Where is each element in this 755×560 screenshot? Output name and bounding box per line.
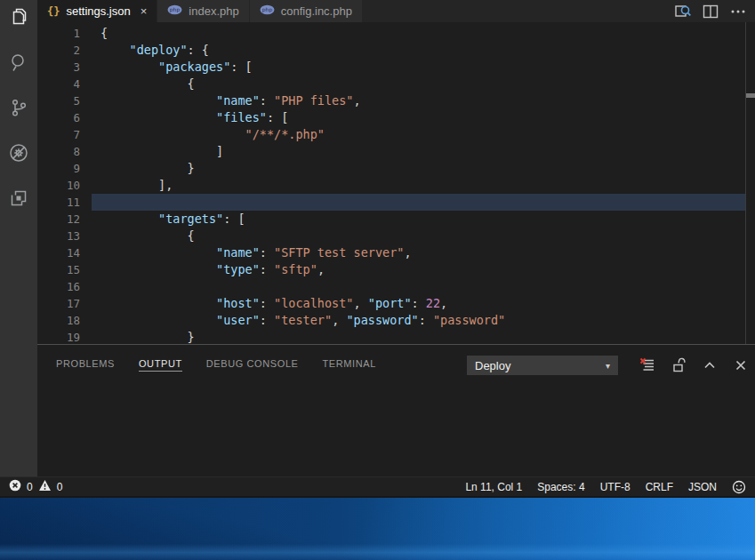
maximize-panel-icon[interactable] — [701, 356, 719, 374]
panel-tab-problems[interactable]: PROBLEMS — [56, 358, 115, 371]
overview-ruler-marker — [746, 93, 755, 98]
code-line[interactable]: 9 } — [37, 160, 745, 177]
line-number: 6 — [37, 109, 92, 126]
clear-output-icon[interactable] — [639, 356, 656, 374]
svg-text:php: php — [261, 6, 272, 13]
indentation-setting[interactable]: Spaces: 4 — [537, 481, 584, 493]
line-number: 10 — [37, 177, 92, 194]
eol-setting[interactable]: CRLF — [646, 481, 673, 493]
activity-bar — [0, 0, 37, 476]
line-number: 17 — [37, 295, 92, 312]
code-editor[interactable]: 1{2 "deploy": {3 "packages": [4 {5 "name… — [37, 22, 755, 344]
code-line[interactable]: 11 — [37, 194, 745, 211]
close-icon[interactable]: × — [141, 4, 148, 18]
error-icon — [9, 479, 21, 494]
tab-label: settings.json — [66, 4, 130, 18]
code-line[interactable]: 16 — [37, 278, 745, 295]
line-number: 1 — [37, 25, 92, 42]
line-number: 18 — [37, 312, 92, 329]
status-problems[interactable]: 0 0 — [9, 479, 62, 494]
status-right: Ln 11, Col 1 Spaces: 4 UTF-8 CRLF JSON — [465, 480, 746, 494]
editor-actions — [670, 0, 751, 22]
panel-header: PROBLEMS OUTPUT DEBUG CONSOLE TERMINAL D… — [37, 345, 755, 384]
line-number: 15 — [37, 261, 92, 278]
language-mode[interactable]: JSON — [688, 481, 717, 493]
warning-count: 0 — [57, 481, 63, 493]
code-line[interactable]: 10 ], — [37, 177, 745, 194]
code-line[interactable]: 8 ] — [37, 143, 745, 160]
code-line[interactable]: 6 "files": [ — [37, 109, 745, 126]
tab-settings-json[interactable]: {} settings.json × — [37, 0, 157, 22]
sidebar-item-explorer[interactable] — [7, 7, 30, 30]
sidebar-item-search[interactable] — [7, 52, 30, 76]
code-line[interactable]: 13 { — [37, 228, 745, 244]
feedback-smiley-icon[interactable] — [732, 480, 746, 494]
line-number: 13 — [37, 228, 92, 244]
line-number: 11 — [37, 194, 92, 211]
output-channel-value: Deploy — [475, 359, 510, 372]
chevron-down-icon: ▾ — [606, 361, 610, 371]
json-icon: {} — [47, 5, 60, 18]
code-line[interactable]: 14 "name": "SFTP test server", — [37, 244, 745, 261]
desktop-wallpaper — [0, 498, 755, 560]
cursor-position[interactable]: Ln 11, Col 1 — [465, 481, 522, 493]
search-icon — [8, 52, 29, 76]
code-lines: 1{2 "deploy": {3 "packages": [4 {5 "name… — [37, 25, 745, 344]
line-number: 14 — [37, 244, 92, 261]
warning-icon — [38, 479, 52, 494]
line-number: 4 — [37, 76, 92, 92]
source-control-icon — [8, 97, 29, 122]
tab-config-inc-php[interactable]: php config.inc.php — [250, 0, 362, 22]
code-line[interactable]: 5 "name": "PHP files", — [37, 92, 745, 109]
encoding-setting[interactable]: UTF-8 — [600, 481, 631, 493]
code-line[interactable]: 17 "host": "localhost", "port": 22, — [37, 295, 745, 312]
tab-index-php[interactable]: php index.php — [157, 0, 248, 22]
svg-text:php: php — [170, 6, 181, 13]
line-number: 12 — [37, 211, 92, 228]
php-icon: php — [260, 4, 275, 18]
code-line[interactable]: 7 "/**/*.php" — [37, 126, 745, 143]
code-line[interactable]: 1{ — [37, 25, 745, 42]
status-bar: 0 0 Ln 11, Col 1 Spaces: 4 UTF-8 CRLF JS… — [0, 476, 755, 496]
bottom-panel: PROBLEMS OUTPUT DEBUG CONSOLE TERMINAL D… — [37, 344, 755, 476]
scrollbar[interactable] — [745, 22, 746, 344]
line-number: 7 — [37, 126, 92, 143]
code-line[interactable]: 12 "targets": [ — [37, 211, 745, 228]
code-line[interactable]: 2 "deploy": { — [37, 42, 745, 59]
panel-tab-debug-console[interactable]: DEBUG CONSOLE — [206, 358, 299, 371]
line-number: 5 — [37, 92, 92, 109]
sidebar-item-source-control[interactable] — [7, 98, 30, 121]
line-number: 9 — [37, 160, 92, 177]
unlock-icon[interactable] — [670, 356, 687, 374]
editor-tab-bar: {} settings.json × php index.php php con… — [37, 0, 755, 22]
code-line[interactable]: 4 { — [37, 76, 745, 92]
split-editor-icon[interactable] — [701, 2, 720, 21]
line-number: 16 — [37, 278, 92, 295]
error-count: 0 — [27, 481, 33, 493]
sidebar-item-extensions[interactable] — [7, 188, 30, 212]
line-number: 8 — [37, 143, 92, 160]
tab-label: index.php — [189, 4, 238, 18]
line-number: 2 — [37, 42, 92, 59]
line-number: 19 — [37, 329, 92, 344]
panel-tab-terminal[interactable]: TERMINAL — [323, 358, 376, 371]
extensions-icon — [8, 188, 29, 212]
code-line[interactable]: 19 } — [37, 329, 745, 344]
open-preview-icon[interactable] — [673, 2, 693, 21]
php-icon: php — [167, 4, 182, 18]
code-line[interactable]: 15 "type": "sftp", — [37, 261, 745, 278]
line-number: 3 — [37, 59, 92, 76]
vscode-window: {} settings.json × php index.php php con… — [0, 0, 755, 498]
more-actions-icon[interactable] — [728, 2, 748, 21]
tab-label: config.inc.php — [281, 4, 352, 18]
output-channel-select[interactable]: Deploy ▾ — [467, 356, 618, 375]
code-line[interactable]: 18 "user": "tester", "password": "passwo… — [37, 312, 745, 329]
sidebar-item-debug[interactable] — [7, 143, 30, 166]
panel-controls: Deploy ▾ — [467, 356, 750, 375]
code-line[interactable]: 3 "packages": [ — [37, 59, 745, 76]
close-panel-icon[interactable] — [732, 356, 750, 374]
debug-icon — [8, 142, 29, 167]
files-icon — [8, 6, 29, 31]
panel-tab-output[interactable]: OUTPUT — [139, 358, 182, 372]
